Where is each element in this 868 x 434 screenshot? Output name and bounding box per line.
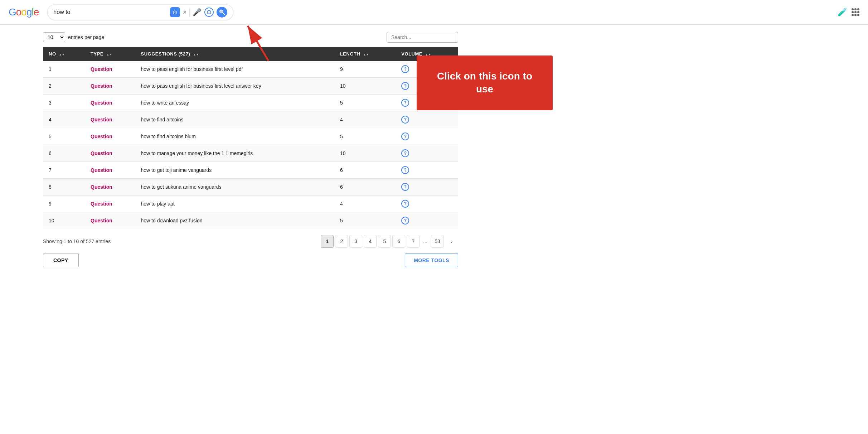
cell-no: 8: [43, 179, 85, 196]
cell-volume[interactable]: ?: [396, 179, 458, 196]
sort-arrows-type: ▲▼: [106, 53, 112, 56]
cell-no: 6: [43, 145, 85, 162]
cell-type[interactable]: Question: [85, 212, 135, 229]
page-btn-2[interactable]: 2: [335, 235, 348, 248]
volume-question-icon[interactable]: ?: [401, 217, 409, 225]
cell-length: 10: [334, 145, 396, 162]
cell-type[interactable]: Question: [85, 111, 135, 128]
cell-type[interactable]: Question: [85, 179, 135, 196]
page-btn-1[interactable]: 1: [321, 235, 334, 248]
col-length[interactable]: LENGTH ▲▼: [334, 47, 396, 61]
cell-no: 1: [43, 61, 85, 78]
cell-volume[interactable]: ?: [396, 196, 458, 212]
col-type[interactable]: TYPE ▲▼: [85, 47, 135, 61]
clear-icon[interactable]: ×: [183, 9, 187, 16]
cell-suggestion: how to play apt: [135, 196, 334, 212]
cell-suggestion: how to pass english for business first l…: [135, 61, 334, 78]
volume-question-icon[interactable]: ?: [401, 65, 409, 73]
grid-dot: [857, 8, 859, 10]
table-row: 7 Question how to get toji anime vanguar…: [43, 162, 458, 179]
cell-length: 6: [334, 179, 396, 196]
table-row: 2 Question how to pass english for busin…: [43, 78, 458, 95]
pagination: 1 2 3 4 5 6 7 ... 53 ›: [321, 235, 458, 248]
click-tooltip-banner: Click on this icon to use: [417, 56, 553, 110]
cell-no: 10: [43, 212, 85, 229]
header-right: 🧪: [838, 8, 859, 17]
cell-suggestion: how to write an essay: [135, 95, 334, 111]
page-btn-3[interactable]: 3: [349, 235, 362, 248]
cell-length: 4: [334, 111, 396, 128]
table-row: 5 Question how to find altcoins blum 5 ?: [43, 128, 458, 145]
search-input[interactable]: [53, 9, 167, 15]
sort-arrows-no: ▲▼: [59, 53, 65, 56]
entries-per-page-select[interactable]: 10 25 50 100: [43, 32, 65, 42]
cell-suggestion: how to find altcoins blum: [135, 128, 334, 145]
table-search-input[interactable]: [387, 32, 458, 43]
cell-length: 4: [334, 196, 396, 212]
cell-no: 5: [43, 128, 85, 145]
volume-question-icon[interactable]: ?: [401, 200, 409, 208]
grid-dot: [854, 8, 857, 10]
cell-suggestion: how to find altcoins: [135, 111, 334, 128]
footer-row: Showing 1 to 10 of 527 entries 1 2 3 4 5…: [43, 235, 458, 248]
col-no[interactable]: NO ▲▼: [43, 47, 85, 61]
volume-question-icon[interactable]: ?: [401, 82, 409, 90]
table-row: 6 Question how to manage your money like…: [43, 145, 458, 162]
grid-dot: [852, 8, 854, 10]
cell-volume[interactable]: ?: [396, 212, 458, 229]
cell-length: 9: [334, 61, 396, 78]
page-btn-6[interactable]: 6: [392, 235, 405, 248]
cell-length: 5: [334, 95, 396, 111]
cell-no: 9: [43, 196, 85, 212]
cell-type[interactable]: Question: [85, 162, 135, 179]
page-ellipsis: ...: [421, 238, 430, 244]
header: Google × 🎤 🧪: [0, 0, 868, 25]
table-header-row: NO ▲▼ TYPE ▲▼ SUGGESTIONS (527) ▲▼ LENGT…: [43, 47, 458, 61]
search-button[interactable]: [217, 7, 227, 18]
volume-question-icon[interactable]: ?: [401, 132, 409, 140]
table-row: 10 Question how to download pvz fusion 5…: [43, 212, 458, 229]
mic-icon[interactable]: 🎤: [193, 8, 202, 16]
cell-type[interactable]: Question: [85, 145, 135, 162]
cell-suggestion: how to pass english for business first l…: [135, 78, 334, 95]
volume-question-icon[interactable]: ?: [401, 149, 409, 157]
sort-arrows-suggestions: ▲▼: [193, 53, 199, 56]
grid-dot: [852, 11, 854, 13]
cell-type[interactable]: Question: [85, 128, 135, 145]
cell-type[interactable]: Question: [85, 95, 135, 111]
page-btn-7[interactable]: 7: [407, 235, 420, 248]
apps-grid-icon[interactable]: [852, 8, 859, 16]
cell-type[interactable]: Question: [85, 61, 135, 78]
volume-question-icon[interactable]: ?: [401, 166, 409, 174]
cell-type[interactable]: Question: [85, 196, 135, 212]
sort-arrows-length: ▲▼: [363, 53, 369, 56]
camera-icon[interactable]: [204, 8, 214, 17]
cell-volume[interactable]: ?: [396, 145, 458, 162]
copy-button[interactable]: COPY: [43, 254, 79, 267]
search-divider: [189, 8, 190, 16]
grid-dot: [852, 14, 854, 16]
cell-volume[interactable]: ?: [396, 162, 458, 179]
cell-volume[interactable]: ?: [396, 111, 458, 128]
volume-question-icon[interactable]: ?: [401, 99, 409, 107]
page-btn-5[interactable]: 5: [378, 235, 391, 248]
page-btn-53[interactable]: 53: [431, 235, 444, 248]
logo-g: G: [9, 6, 16, 18]
controls-row: 10 25 50 100 entries per page: [43, 32, 458, 43]
flask-icon[interactable]: 🧪: [838, 8, 847, 17]
volume-question-icon[interactable]: ?: [401, 116, 409, 124]
col-suggestions[interactable]: SUGGESTIONS (527) ▲▼: [135, 47, 334, 61]
more-tools-button[interactable]: MORE TOOLS: [405, 254, 458, 267]
cell-volume[interactable]: ?: [396, 128, 458, 145]
cell-no: 2: [43, 78, 85, 95]
volume-question-icon[interactable]: ?: [401, 183, 409, 191]
page-btn-4[interactable]: 4: [364, 235, 377, 248]
search-bar: × 🎤: [47, 4, 233, 20]
page-btn-next[interactable]: ›: [445, 235, 458, 248]
logo-g2: g: [26, 6, 32, 18]
cell-type[interactable]: Question: [85, 78, 135, 95]
lens-icon[interactable]: [170, 7, 180, 17]
table-row: 9 Question how to play apt 4 ?: [43, 196, 458, 212]
cell-no: 3: [43, 95, 85, 111]
cell-length: 10: [334, 78, 396, 95]
